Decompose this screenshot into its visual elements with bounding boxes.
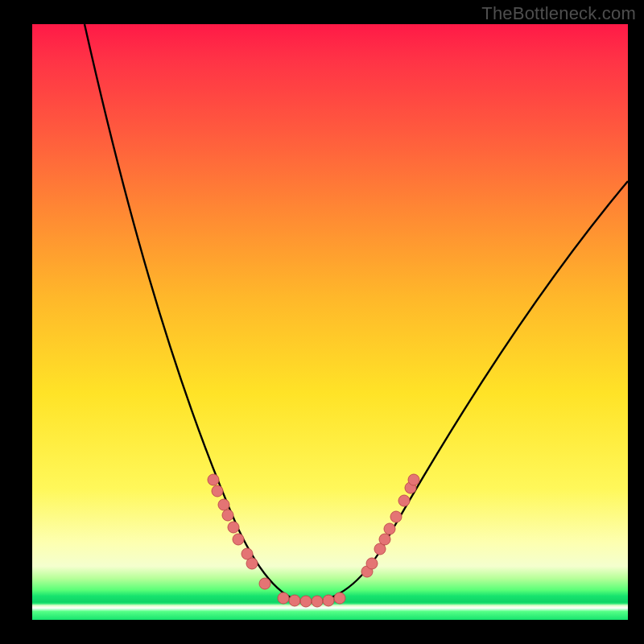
svg-point-21 — [398, 495, 410, 506]
svg-point-2 — [218, 499, 229, 510]
watermark-text: TheBottleneck.com — [481, 3, 636, 24]
bottleneck-curve — [32, 24, 628, 620]
gradient-plot-area — [32, 24, 628, 620]
svg-point-10 — [289, 595, 300, 606]
svg-point-1 — [212, 485, 223, 497]
svg-point-23 — [408, 474, 419, 485]
beads-right — [361, 474, 419, 577]
svg-point-4 — [228, 522, 239, 533]
svg-point-14 — [334, 592, 345, 604]
svg-point-16 — [366, 558, 378, 569]
svg-point-18 — [379, 534, 390, 545]
beads-bottom — [278, 592, 345, 607]
svg-point-20 — [390, 511, 402, 522]
outer-frame: TheBottleneck.com — [0, 0, 644, 644]
svg-point-3 — [222, 510, 233, 521]
svg-point-7 — [246, 558, 258, 569]
svg-point-19 — [384, 523, 395, 535]
svg-point-13 — [323, 595, 334, 606]
svg-point-11 — [300, 596, 312, 607]
svg-point-0 — [208, 474, 219, 485]
svg-point-5 — [233, 534, 244, 545]
svg-point-8 — [259, 578, 270, 589]
svg-point-9 — [278, 592, 289, 604]
svg-point-12 — [312, 596, 323, 607]
curve-path — [85, 24, 628, 602]
